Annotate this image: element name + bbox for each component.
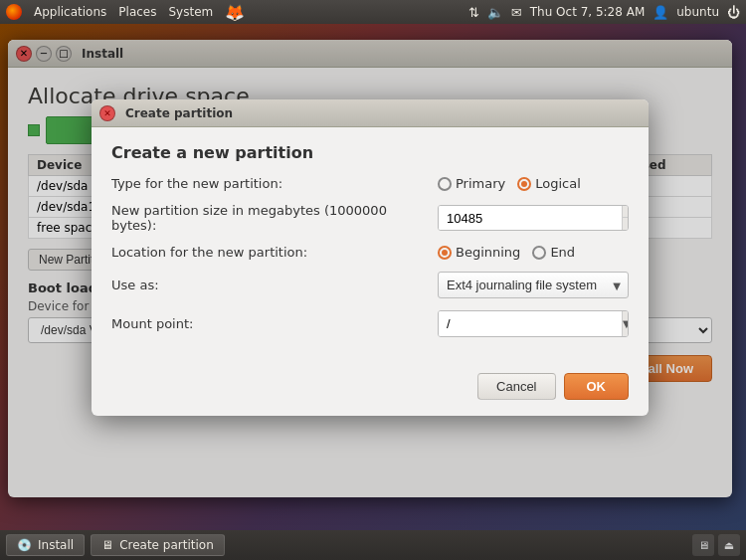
taskbar-tray-icon-1[interactable]: 🖥 — [692, 534, 714, 556]
type-label: Type for the new partition: — [111, 176, 430, 191]
use-as-select[interactable]: Ext4 journaling file system — [438, 272, 629, 298]
size-input[interactable] — [439, 206, 622, 230]
dialog-heading: Create a new partition — [111, 143, 629, 162]
dialog-content: Create a new partition Type for the new … — [92, 127, 649, 365]
cancel-button[interactable]: Cancel — [477, 373, 555, 400]
user-icon: 👤 — [653, 5, 668, 20]
mount-input-wrapper: ▼ — [438, 310, 629, 337]
create-partition-taskbar-label: Create partition — [119, 538, 214, 552]
radio-end[interactable]: End — [532, 245, 575, 260]
taskbar-bottom: 💿 Install 🖥 Create partition 🖥 ⏏ — [0, 530, 746, 560]
install-taskbar-icon: 💿 — [17, 538, 32, 552]
taskbar-top: Applications Places System 🦊 ⇅ 🔈 ✉ Thu O… — [0, 0, 746, 24]
dialog-close-btn[interactable]: ✕ — [99, 105, 115, 121]
install-window: ✕ − □ Install Allocate drive space sda1 … — [8, 40, 732, 497]
dialog-overlay: ✕ Create partition Create a new partitio… — [8, 40, 732, 497]
form-row-mount: Mount point: ▼ — [111, 310, 629, 337]
radio-end-circle — [532, 246, 546, 260]
app-menu: Applications Places System 🦊 — [6, 3, 245, 22]
system-menu[interactable]: System — [168, 5, 213, 19]
ok-button[interactable]: OK — [564, 373, 630, 400]
form-row-size: New partition size in megabytes (1000000… — [111, 203, 629, 233]
applications-menu[interactable]: Applications — [34, 5, 106, 19]
username: ubuntu — [676, 5, 719, 19]
radio-beginning-circle — [438, 246, 452, 260]
size-decrement-btn[interactable]: ▼ — [623, 218, 629, 230]
mount-label: Mount point: — [111, 316, 430, 331]
size-label: New partition size in megabytes (1000000… — [111, 203, 430, 233]
create-partition-taskbar-icon: 🖥 — [101, 538, 113, 552]
dialog-title: Create partition — [125, 106, 233, 120]
location-controls: Beginning End — [438, 245, 629, 260]
radio-primary-label: Primary — [456, 176, 505, 191]
tray: ⇅ 🔈 ✉ Thu Oct 7, 5:28 AM 👤 ubuntu ⏻ — [468, 5, 740, 20]
sound-icon: 🔈 — [487, 5, 503, 20]
network-icon: ⇅ — [468, 5, 479, 20]
type-controls: Primary Logical — [438, 176, 629, 191]
taskbar-tray-icon-2[interactable]: ⏏ — [718, 534, 740, 556]
mail-icon: ✉ — [511, 5, 522, 20]
form-row-use-as: Use as: Ext4 journaling file system — [111, 272, 629, 298]
radio-end-label: End — [550, 245, 575, 260]
radio-logical-circle — [517, 177, 531, 191]
taskbar-item-install[interactable]: 💿 Install — [6, 534, 85, 556]
taskbar-right: 🖥 ⏏ — [692, 534, 740, 556]
install-taskbar-label: Install — [38, 538, 74, 552]
radio-logical-label: Logical — [535, 176, 581, 191]
radio-beginning[interactable]: Beginning — [438, 245, 520, 260]
size-spinners: ▲ ▼ — [622, 206, 629, 230]
form-row-type: Type for the new partition: Primary Logi… — [111, 176, 629, 191]
form-row-location: Location for the new partition: Beginnin… — [111, 245, 629, 260]
dialog-titlebar: ✕ Create partition — [92, 99, 649, 127]
location-label: Location for the new partition: — [111, 245, 430, 260]
radio-primary[interactable]: Primary — [438, 176, 505, 191]
firefox-icon[interactable]: 🦊 — [225, 3, 245, 22]
radio-beginning-label: Beginning — [456, 245, 520, 260]
size-input-container: ▲ ▼ — [438, 205, 629, 231]
use-as-select-wrapper: Ext4 journaling file system — [438, 272, 629, 298]
power-icon[interactable]: ⏻ — [727, 5, 740, 20]
create-partition-dialog: ✕ Create partition Create a new partitio… — [92, 99, 649, 416]
desktop: ✕ − □ Install Allocate drive space sda1 … — [0, 24, 746, 536]
mount-dropdown-btn[interactable]: ▼ — [622, 311, 629, 336]
dialog-footer: Cancel OK — [92, 365, 649, 416]
taskbar-item-create-partition[interactable]: 🖥 Create partition — [91, 534, 225, 556]
radio-logical[interactable]: Logical — [517, 176, 581, 191]
use-as-label: Use as: — [111, 278, 430, 292]
mount-input[interactable] — [439, 311, 622, 336]
radio-primary-circle — [438, 177, 452, 191]
ubuntu-icon — [6, 4, 22, 20]
places-menu[interactable]: Places — [118, 5, 156, 19]
datetime: Thu Oct 7, 5:28 AM — [530, 5, 646, 19]
size-increment-btn[interactable]: ▲ — [623, 206, 629, 218]
